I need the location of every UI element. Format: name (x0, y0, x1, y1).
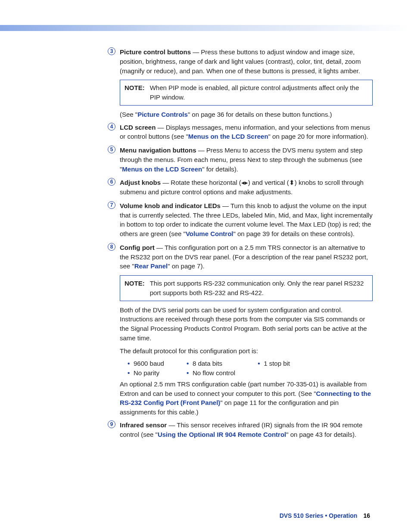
note-text: When PIP mode is enabled, all picture co… (150, 83, 368, 102)
bullet-col-3: 1 stop bit (258, 359, 290, 378)
item-text: Picture control buttons — Press these bu… (120, 47, 373, 75)
list-item-4: 4 LCD screen — Displays messages, menu i… (108, 123, 373, 142)
note-label: NOTE: (125, 279, 145, 298)
list-item-8: 8 Config port — This configuration port … (108, 243, 373, 271)
link-rear-panel[interactable]: Rear Panel (134, 262, 168, 270)
item-title: Infrared sensor (120, 421, 167, 429)
list-item-6: 6 Adjust knobs — Rotate these horizontal… (108, 178, 373, 197)
item-title: Adjust knobs (120, 179, 161, 186)
note-pip: NOTE: When PIP mode is enabled, all pict… (120, 80, 373, 106)
item-title: Menu navigation buttons (120, 146, 196, 154)
note-text: This port supports RS-232 communication … (150, 279, 368, 298)
item-title: Volume knob and indicator LEDs (120, 202, 221, 209)
callout-number: 8 (108, 243, 115, 251)
list-item-5: 5 Menu navigation buttons — Press Menu t… (108, 146, 373, 174)
page-number: 16 (363, 512, 370, 519)
note-rs232: NOTE: This port supports RS-232 communic… (120, 275, 373, 301)
config-p3: An optional 2.5 mm TRS configuration cab… (108, 380, 373, 417)
bullet-item: 1 stop bit (258, 359, 290, 368)
callout-number: 9 (108, 420, 115, 428)
item-text: Infrared sensor — This sensor receives i… (120, 420, 373, 439)
bullet-col-1: 9600 baud No parity (128, 359, 164, 378)
header-gradient (0, 25, 411, 31)
list-item-9: 9 Infrared sensor — This sensor receives… (108, 420, 373, 439)
config-p2: The default protocol for this configurat… (108, 346, 373, 356)
item-title: LCD screen (120, 124, 156, 131)
item-text: LCD screen — Displays messages, menu inf… (120, 123, 373, 142)
bullet-item: No parity (128, 368, 164, 378)
bullet-item: No flow control (187, 368, 235, 378)
link-ir-904[interactable]: Using the Optional IR 904 Remote Control (158, 431, 286, 438)
bullet-item: 9600 baud (128, 359, 164, 368)
footer-text: DVS 510 Series • Operation (280, 512, 358, 519)
item-text: Menu navigation buttons — Press Menu to … (120, 146, 373, 174)
callout-number: 3 (108, 47, 115, 55)
callout-number: 6 (108, 178, 115, 186)
page-footer: DVS 510 Series • Operation16 (280, 511, 370, 520)
item-text: Config port — This configuration port on… (120, 243, 373, 271)
list-item-7: 7 Volume knob and indicator LEDs — Turn … (108, 201, 373, 239)
link-menus-lcd[interactable]: Menus on the LCD Screen (188, 133, 268, 140)
see-picture-controls: (See "Picture Controls" on page 36 for d… (108, 110, 373, 119)
protocol-bullets: 9600 baud No parity 8 data bits No flow … (120, 359, 373, 378)
bullet-col-2: 8 data bits No flow control (187, 359, 235, 378)
callout-number: 7 (108, 201, 115, 209)
callout-number: 5 (108, 146, 115, 153)
item-text: Adjust knobs — Rotate these horizontal (… (120, 178, 373, 197)
link-volume-control[interactable]: Volume Control (186, 230, 234, 237)
page-content: 3 Picture control buttons — Press these … (108, 47, 373, 443)
note-label: NOTE: (125, 83, 145, 102)
item-title: Picture control buttons (120, 48, 191, 56)
bullet-item: 8 data bits (187, 359, 235, 368)
link-picture-controls[interactable]: Picture Controls (137, 111, 188, 118)
list-item-3: 3 Picture control buttons — Press these … (108, 47, 373, 75)
callout-number: 4 (108, 123, 115, 131)
config-p1: Both of the DVS serial ports can be used… (108, 305, 373, 343)
item-text: Volume knob and indicator LEDs — Turn th… (120, 201, 373, 239)
item-title: Config port (120, 244, 155, 251)
link-menus-lcd[interactable]: Menus on the LCD Screen (122, 165, 202, 173)
